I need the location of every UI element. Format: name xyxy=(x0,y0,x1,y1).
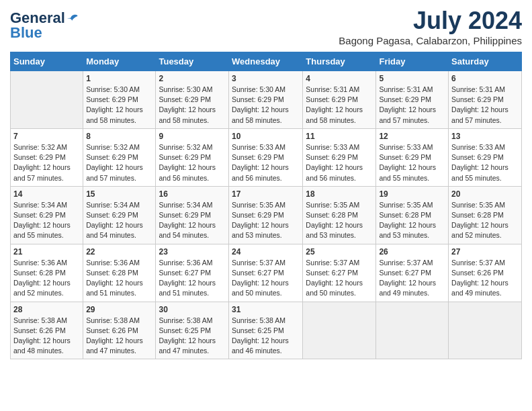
calendar-week-row: 21Sunrise: 5:36 AM Sunset: 6:28 PM Dayli… xyxy=(11,244,522,302)
day-number: 28 xyxy=(13,305,80,314)
day-header-tuesday: Tuesday xyxy=(156,52,229,71)
day-info: Sunrise: 5:35 AM Sunset: 6:29 PM Dayligh… xyxy=(232,201,289,240)
logo-general: General xyxy=(10,11,65,26)
day-info: Sunrise: 5:30 AM Sunset: 6:29 PM Dayligh… xyxy=(232,85,289,124)
day-info: Sunrise: 5:37 AM Sunset: 6:27 PM Dayligh… xyxy=(232,259,289,298)
calendar-week-row: 14Sunrise: 5:34 AM Sunset: 6:29 PM Dayli… xyxy=(11,186,522,244)
calendar-day-6: 6Sunrise: 5:31 AM Sunset: 6:29 PM Daylig… xyxy=(449,71,522,129)
calendar-week-row: 7Sunrise: 5:32 AM Sunset: 6:29 PM Daylig… xyxy=(11,128,522,186)
logo: General Blue xyxy=(10,11,79,40)
day-info: Sunrise: 5:34 AM Sunset: 6:29 PM Dayligh… xyxy=(159,201,216,240)
day-number: 30 xyxy=(159,305,226,314)
calendar-empty-cell xyxy=(303,302,376,359)
day-header-sunday: Sunday xyxy=(11,52,83,71)
calendar-day-15: 15Sunrise: 5:34 AM Sunset: 6:29 PM Dayli… xyxy=(83,186,156,244)
calendar-day-2: 2Sunrise: 5:30 AM Sunset: 6:29 PM Daylig… xyxy=(156,71,229,129)
day-info: Sunrise: 5:32 AM Sunset: 6:29 PM Dayligh… xyxy=(159,143,216,182)
day-info: Sunrise: 5:38 AM Sunset: 6:25 PM Dayligh… xyxy=(159,316,216,355)
calendar-day-7: 7Sunrise: 5:32 AM Sunset: 6:29 PM Daylig… xyxy=(11,128,83,186)
day-number: 22 xyxy=(86,247,152,257)
day-number: 31 xyxy=(232,305,300,314)
day-number: 29 xyxy=(86,305,152,314)
day-number: 5 xyxy=(379,74,445,83)
calendar-week-row: 28Sunrise: 5:38 AM Sunset: 6:26 PM Dayli… xyxy=(11,302,522,359)
day-number: 17 xyxy=(232,189,300,199)
calendar-day-9: 9Sunrise: 5:32 AM Sunset: 6:29 PM Daylig… xyxy=(156,128,229,186)
day-header-monday: Monday xyxy=(83,52,156,71)
calendar-day-19: 19Sunrise: 5:35 AM Sunset: 6:28 PM Dayli… xyxy=(376,186,449,244)
day-number: 1 xyxy=(86,74,152,83)
day-number: 23 xyxy=(159,247,226,257)
day-info: Sunrise: 5:33 AM Sunset: 6:29 PM Dayligh… xyxy=(306,143,363,182)
day-number: 20 xyxy=(451,189,519,199)
location-title: Bagong Pagasa, Calabarzon, Philippines xyxy=(339,35,522,46)
day-info: Sunrise: 5:33 AM Sunset: 6:29 PM Dayligh… xyxy=(379,143,436,182)
day-number: 4 xyxy=(306,74,373,83)
day-info: Sunrise: 5:38 AM Sunset: 6:25 PM Dayligh… xyxy=(232,316,289,355)
calendar-day-16: 16Sunrise: 5:34 AM Sunset: 6:29 PM Dayli… xyxy=(156,186,229,244)
day-number: 26 xyxy=(379,247,445,257)
day-number: 10 xyxy=(232,132,300,141)
calendar-week-row: 1Sunrise: 5:30 AM Sunset: 6:29 PM Daylig… xyxy=(11,71,522,129)
day-info: Sunrise: 5:34 AM Sunset: 6:29 PM Dayligh… xyxy=(13,201,71,240)
day-number: 2 xyxy=(159,74,226,83)
calendar-day-21: 21Sunrise: 5:36 AM Sunset: 6:28 PM Dayli… xyxy=(11,244,83,302)
calendar-day-26: 26Sunrise: 5:37 AM Sunset: 6:27 PM Dayli… xyxy=(376,244,449,302)
day-info: Sunrise: 5:34 AM Sunset: 6:29 PM Dayligh… xyxy=(86,201,143,240)
day-number: 13 xyxy=(451,132,519,141)
day-number: 18 xyxy=(306,189,373,199)
calendar-empty-cell xyxy=(449,302,522,359)
calendar-day-17: 17Sunrise: 5:35 AM Sunset: 6:29 PM Dayli… xyxy=(229,186,303,244)
day-info: Sunrise: 5:31 AM Sunset: 6:29 PM Dayligh… xyxy=(306,85,363,124)
day-info: Sunrise: 5:37 AM Sunset: 6:27 PM Dayligh… xyxy=(306,259,363,298)
calendar-day-30: 30Sunrise: 5:38 AM Sunset: 6:25 PM Dayli… xyxy=(156,302,229,359)
day-info: Sunrise: 5:35 AM Sunset: 6:28 PM Dayligh… xyxy=(306,201,363,240)
day-number: 14 xyxy=(13,189,80,199)
day-number: 19 xyxy=(379,189,445,199)
calendar-day-5: 5Sunrise: 5:31 AM Sunset: 6:29 PM Daylig… xyxy=(376,71,449,129)
day-info: Sunrise: 5:30 AM Sunset: 6:29 PM Dayligh… xyxy=(159,85,216,124)
day-number: 7 xyxy=(13,132,80,141)
calendar-day-22: 22Sunrise: 5:36 AM Sunset: 6:28 PM Dayli… xyxy=(83,244,156,302)
calendar-header-row: SundayMondayTuesdayWednesdayThursdayFrid… xyxy=(11,52,522,71)
calendar-day-27: 27Sunrise: 5:37 AM Sunset: 6:26 PM Dayli… xyxy=(449,244,522,302)
calendar-day-1: 1Sunrise: 5:30 AM Sunset: 6:29 PM Daylig… xyxy=(83,71,156,129)
day-info: Sunrise: 5:38 AM Sunset: 6:26 PM Dayligh… xyxy=(13,316,71,355)
calendar-day-3: 3Sunrise: 5:30 AM Sunset: 6:29 PM Daylig… xyxy=(229,71,303,129)
day-info: Sunrise: 5:32 AM Sunset: 6:29 PM Dayligh… xyxy=(86,143,143,182)
calendar-empty-cell xyxy=(376,302,449,359)
day-info: Sunrise: 5:36 AM Sunset: 6:28 PM Dayligh… xyxy=(86,259,143,298)
header: General Blue July 2024 Bagong Pagasa, Ca… xyxy=(10,7,522,46)
day-info: Sunrise: 5:38 AM Sunset: 6:26 PM Dayligh… xyxy=(86,316,143,355)
calendar-day-28: 28Sunrise: 5:38 AM Sunset: 6:26 PM Dayli… xyxy=(11,302,83,359)
day-number: 16 xyxy=(159,189,226,199)
logo-bird-icon xyxy=(66,12,79,24)
calendar-day-18: 18Sunrise: 5:35 AM Sunset: 6:28 PM Dayli… xyxy=(303,186,376,244)
day-number: 11 xyxy=(306,132,373,141)
calendar-day-29: 29Sunrise: 5:38 AM Sunset: 6:26 PM Dayli… xyxy=(83,302,156,359)
day-info: Sunrise: 5:30 AM Sunset: 6:29 PM Dayligh… xyxy=(86,85,143,124)
day-number: 3 xyxy=(232,74,300,83)
day-info: Sunrise: 5:35 AM Sunset: 6:28 PM Dayligh… xyxy=(379,201,436,240)
day-number: 27 xyxy=(451,247,519,257)
calendar-empty-cell xyxy=(11,71,83,129)
day-number: 24 xyxy=(232,247,300,257)
day-number: 9 xyxy=(159,132,226,141)
calendar-day-10: 10Sunrise: 5:33 AM Sunset: 6:29 PM Dayli… xyxy=(229,128,303,186)
day-number: 6 xyxy=(451,74,519,83)
logo-blue: Blue xyxy=(10,26,79,40)
day-info: Sunrise: 5:32 AM Sunset: 6:29 PM Dayligh… xyxy=(13,143,71,182)
title-area: July 2024 Bagong Pagasa, Calabarzon, Phi… xyxy=(339,7,522,46)
day-info: Sunrise: 5:37 AM Sunset: 6:27 PM Dayligh… xyxy=(379,259,436,298)
day-info: Sunrise: 5:33 AM Sunset: 6:29 PM Dayligh… xyxy=(451,143,508,182)
calendar-day-8: 8Sunrise: 5:32 AM Sunset: 6:29 PM Daylig… xyxy=(83,128,156,186)
day-number: 8 xyxy=(86,132,152,141)
calendar-day-12: 12Sunrise: 5:33 AM Sunset: 6:29 PM Dayli… xyxy=(376,128,449,186)
day-number: 12 xyxy=(379,132,445,141)
calendar-table: SundayMondayTuesdayWednesdayThursdayFrid… xyxy=(10,52,522,359)
day-header-wednesday: Wednesday xyxy=(229,52,303,71)
day-header-friday: Friday xyxy=(376,52,449,71)
day-info: Sunrise: 5:37 AM Sunset: 6:26 PM Dayligh… xyxy=(451,259,508,298)
day-number: 21 xyxy=(13,247,80,257)
calendar-day-23: 23Sunrise: 5:36 AM Sunset: 6:27 PM Dayli… xyxy=(156,244,229,302)
